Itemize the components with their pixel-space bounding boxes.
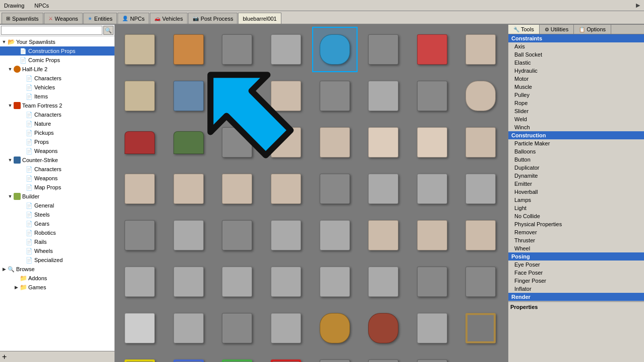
tool-item-remover[interactable]: Remover xyxy=(508,228,644,236)
tool-item-emitter[interactable]: Emitter xyxy=(508,180,644,188)
menu-expand-arrow[interactable]: ▶ xyxy=(634,1,642,10)
tool-item-motor[interactable]: Motor xyxy=(508,75,644,83)
grid-cell-item46[interactable] xyxy=(361,259,406,304)
grid-cell-item42[interactable] xyxy=(166,259,211,304)
tree-item-hl-vehicles[interactable]: Vehicles xyxy=(0,83,114,92)
grid-cell-item23[interactable] xyxy=(409,120,455,165)
tool-item-no-collide[interactable]: No Collide xyxy=(508,212,644,220)
tree-item-hl-items[interactable]: Items xyxy=(0,92,114,101)
tab-utilities[interactable]: ⚙ Utilities xyxy=(540,25,574,34)
tab-spawnlists[interactable]: ⊞ Spawnlists xyxy=(2,13,43,24)
tree-item-builder-wheels[interactable]: Wheels xyxy=(0,246,114,255)
grid-cell-item44[interactable] xyxy=(263,259,309,304)
grid-cell-item54[interactable] xyxy=(361,305,406,351)
tree-toggle-browse[interactable]: ▶ xyxy=(1,267,7,272)
grid-cell-item59[interactable] xyxy=(214,352,260,362)
grid-cell-item47[interactable] xyxy=(409,259,455,304)
grid-cell-item51[interactable] xyxy=(214,305,260,351)
tree-item-hl-characters[interactable]: Characters xyxy=(0,74,114,83)
tree-item-builder-general[interactable]: General xyxy=(0,201,114,210)
grid-cell-item43[interactable] xyxy=(214,259,260,304)
tree-item-tf-weapons[interactable]: Weapons xyxy=(0,146,114,156)
grid-cell-item27[interactable] xyxy=(214,166,260,212)
tool-item-balloons[interactable]: Balloons xyxy=(508,147,644,156)
grid-cell-item33[interactable] xyxy=(117,213,162,258)
tree-item-comic-props[interactable]: Comic Props xyxy=(0,56,114,65)
grid-cell-item22[interactable] xyxy=(361,120,406,165)
tree-item-browse-games[interactable]: ▶Games xyxy=(0,283,114,292)
tool-item-button[interactable]: Button xyxy=(508,156,644,164)
tree-toggle-browse-games[interactable]: ▶ xyxy=(13,285,19,290)
grid-cell-item4[interactable] xyxy=(263,27,309,72)
tree-item-tf-pickups[interactable]: Pickups xyxy=(0,128,114,137)
tree-toggle-half-life-2[interactable]: ▼ xyxy=(7,67,13,72)
tool-item-lamps[interactable]: Lamps xyxy=(508,196,644,204)
tree-toggle-builder[interactable]: ▼ xyxy=(7,194,13,199)
grid-cell-item37[interactable] xyxy=(312,213,358,258)
grid-cell-item38[interactable] xyxy=(361,213,406,258)
grid-cell-item28[interactable] xyxy=(263,166,309,212)
grid-cell-item52[interactable] xyxy=(263,305,309,351)
tool-item-eye-poser[interactable]: Eye Poser xyxy=(508,261,644,269)
grid-cell-item26[interactable] xyxy=(166,166,211,212)
grid-cell-item21[interactable] xyxy=(312,120,358,165)
tab-tools[interactable]: 🔧 Tools xyxy=(508,25,540,34)
grid-cell-item8[interactable] xyxy=(458,27,503,72)
grid-cell-item20[interactable] xyxy=(263,120,309,165)
search-button[interactable]: 🔍 xyxy=(103,26,113,35)
grid-cell-item24[interactable] xyxy=(458,120,503,165)
tree-item-cs-map-props[interactable]: Map Props xyxy=(0,183,114,192)
tool-item-dynamite[interactable]: Dynamite xyxy=(508,172,644,180)
grid-cell-item31[interactable] xyxy=(409,166,455,212)
tool-item-hydraulic[interactable]: Hydraulic xyxy=(508,67,644,75)
tree-item-builder-rails[interactable]: Rails xyxy=(0,237,114,246)
tool-item-face-poser[interactable]: Face Poser xyxy=(508,269,644,277)
tree-item-builder-gears[interactable]: Gears xyxy=(0,219,114,228)
grid-cell-item56[interactable] xyxy=(458,305,503,351)
tool-item-duplicator[interactable]: Duplicator xyxy=(508,164,644,172)
grid-cell-item30[interactable] xyxy=(361,166,406,212)
grid-cell-item13[interactable] xyxy=(312,73,358,119)
tool-item-elastic[interactable]: Elastic xyxy=(508,59,644,67)
grid-cell-item2[interactable] xyxy=(166,27,211,72)
search-input[interactable] xyxy=(1,26,102,35)
grid-cell-item63[interactable] xyxy=(409,352,455,362)
grid-cell-item14[interactable] xyxy=(361,73,406,119)
grid-cell-item48[interactable] xyxy=(458,259,503,304)
grid-cell-item18[interactable] xyxy=(166,120,211,165)
tree-item-browse[interactable]: ▶Browse xyxy=(0,265,114,274)
tree-item-half-life-2[interactable]: ▼Half-Life 2 xyxy=(0,65,114,74)
tree-toggle-counter-strike[interactable]: ▼ xyxy=(7,158,13,163)
tree-item-tf-props[interactable]: Props xyxy=(0,137,114,146)
tab-npcs[interactable]: 👤 NPCs xyxy=(118,13,149,24)
grid-cell-item39[interactable] xyxy=(409,213,455,258)
grid-cell-item29[interactable] xyxy=(312,166,358,212)
tree-item-tf-characters[interactable]: Characters xyxy=(0,110,114,119)
grid-cell-item40[interactable] xyxy=(458,213,503,258)
grid-cell-item10[interactable] xyxy=(166,73,211,119)
grid-cell-item36[interactable] xyxy=(263,213,309,258)
tab-weapons[interactable]: ⚔ Weapons xyxy=(44,13,83,24)
tree-item-builder-specialized[interactable]: Specialized xyxy=(0,255,114,265)
tool-item-slider[interactable]: Slider xyxy=(508,107,644,115)
grid-cell-item57[interactable] xyxy=(117,352,162,362)
tree-item-builder[interactable]: ▼Builder xyxy=(0,192,114,201)
grid-cell-item6[interactable] xyxy=(361,27,406,72)
tab-postprocess[interactable]: 📷 Post Process xyxy=(188,13,238,24)
grid-cell-item55[interactable] xyxy=(409,305,455,351)
tree-item-construction-props[interactable]: Construction Props xyxy=(0,46,114,56)
tree-toggle-team-fortress-2[interactable]: ▼ xyxy=(7,103,13,108)
tree-item-cs-weapons[interactable]: Weapons xyxy=(0,174,114,183)
grid-cell-item58[interactable] xyxy=(166,352,211,362)
tool-item-particle-maker[interactable]: Particle Maker xyxy=(508,139,644,147)
tool-item-thruster[interactable]: Thruster xyxy=(508,236,644,244)
grid-cell-item61[interactable] xyxy=(312,352,358,362)
grid-cell-item1[interactable] xyxy=(117,27,162,72)
menu-npcs[interactable]: NPCs xyxy=(32,2,51,10)
tool-item-weld[interactable]: Weld xyxy=(508,115,644,123)
grid-cell-item41[interactable] xyxy=(117,259,162,304)
menu-drawing[interactable]: Drawing xyxy=(2,2,26,10)
tool-item-inflator[interactable]: Inflator xyxy=(508,285,644,293)
grid-cell-item16[interactable] xyxy=(458,73,503,119)
tree-item-builder-robotics[interactable]: Robotics xyxy=(0,228,114,237)
